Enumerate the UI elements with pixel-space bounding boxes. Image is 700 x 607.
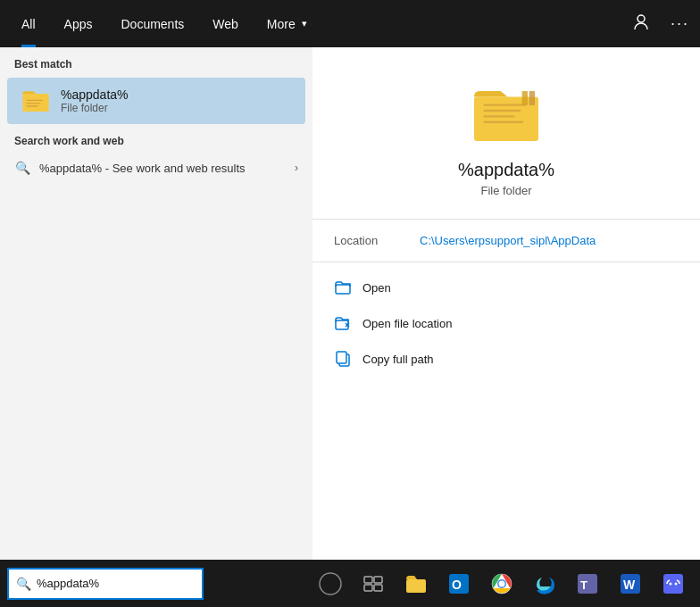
svg-rect-21	[406, 579, 426, 593]
svg-point-34	[675, 582, 678, 585]
action-copy-path-label: Copy full path	[362, 353, 434, 366]
action-open-file-location[interactable]: Open file location	[312, 305, 700, 341]
taskbar-search-icon: 🔍	[16, 577, 31, 591]
task-view-icon[interactable]	[354, 564, 393, 603]
svg-rect-12	[336, 285, 350, 294]
nav-tab-documents[interactable]: Documents	[106, 0, 198, 47]
search-web-label: Search work and web	[14, 135, 298, 147]
teams-taskbar-icon[interactable]: T	[568, 564, 607, 603]
action-open[interactable]: Open	[312, 270, 700, 305]
result-name: %appdata%	[61, 87, 129, 102]
svg-rect-13	[336, 320, 348, 329]
search-loop-icon: 🔍	[14, 160, 30, 176]
svg-rect-7	[483, 110, 521, 112]
result-type: File folder	[61, 102, 129, 114]
svg-rect-20	[374, 585, 382, 591]
ellipsis-icon[interactable]: ···	[667, 11, 693, 37]
svg-text:O: O	[452, 578, 462, 592]
action-file-location-label: Open file location	[362, 317, 452, 330]
taskbar-search-box[interactable]: 🔍 %appdata%	[7, 568, 204, 600]
nav-tab-all[interactable]: All	[7, 0, 50, 47]
more-chevron-icon: ▾	[302, 18, 307, 29]
result-text: %appdata% File folder	[61, 87, 129, 114]
svg-point-33	[670, 582, 672, 585]
location-label: Location	[334, 234, 405, 247]
nav-tab-web[interactable]: Web	[198, 0, 253, 47]
svg-rect-10	[522, 91, 528, 105]
search-web-section: Search work and web 🔍 %appdata% - See wo…	[0, 124, 312, 187]
action-open-label: Open	[362, 281, 391, 295]
open-icon	[334, 279, 352, 296]
taskbar-search-text: %appdata%	[37, 577, 99, 590]
chrome-taskbar-icon[interactable]	[482, 564, 521, 603]
outlook-taskbar-icon[interactable]: O	[439, 564, 479, 603]
svg-text:T: T	[580, 578, 588, 592]
search-arrow-icon: ›	[295, 162, 298, 174]
svg-rect-19	[364, 585, 372, 591]
detail-subtitle: File folder	[480, 184, 531, 197]
svg-rect-4	[26, 105, 38, 106]
left-panel: Best match %appdata% File folder Search …	[0, 47, 312, 607]
main-area: Best match %appdata% File folder Search …	[0, 47, 700, 607]
svg-rect-3	[26, 103, 40, 104]
nav-tab-more[interactable]: More ▾	[253, 0, 321, 47]
best-match-label: Best match	[0, 47, 312, 78]
svg-rect-2	[26, 100, 43, 101]
user-icon[interactable]	[629, 11, 653, 37]
svg-rect-8	[483, 115, 514, 117]
svg-rect-9	[483, 121, 523, 123]
svg-rect-11	[529, 91, 535, 105]
taskbar: 🔍 %appdata%	[0, 560, 700, 607]
right-panel: %appdata% File folder Location C:\Users\…	[312, 47, 700, 607]
copy-icon	[334, 350, 352, 368]
folder-icon-small	[21, 87, 50, 115]
folder-icon-large	[471, 83, 542, 146]
file-explorer-taskbar-icon[interactable]	[396, 564, 436, 603]
svg-rect-5	[474, 96, 538, 141]
detail-divider-mid	[312, 262, 700, 262]
svg-point-0	[638, 15, 645, 22]
search-web-text: %appdata% - See work and web results	[39, 162, 246, 175]
detail-location: Location C:\Users\erpsupport_sipl\AppDat…	[312, 234, 700, 262]
open-location-icon	[334, 314, 352, 332]
discord-taskbar-icon[interactable]	[654, 564, 693, 603]
top-nav: All Apps Documents Web More ▾ ···	[0, 0, 700, 47]
svg-point-27	[499, 580, 505, 586]
result-item-appdata[interactable]: %appdata% File folder	[7, 78, 305, 124]
search-web-item[interactable]: 🔍 %appdata% - See work and web results ›	[14, 154, 298, 181]
nav-right-actions: ···	[629, 11, 693, 37]
edge-taskbar-icon[interactable]	[525, 564, 564, 603]
action-copy-path[interactable]: Copy full path	[312, 341, 700, 377]
svg-text:W: W	[623, 578, 636, 592]
cortana-icon[interactable]	[311, 564, 350, 603]
location-value[interactable]: C:\Users\erpsupport_sipl\AppData	[420, 234, 596, 247]
svg-rect-17	[364, 577, 372, 583]
word-taskbar-icon[interactable]: W	[611, 564, 650, 603]
detail-title: %appdata%	[458, 160, 554, 180]
detail-divider-top	[312, 219, 700, 220]
svg-point-16	[320, 573, 341, 595]
svg-rect-6	[483, 104, 526, 105]
nav-tab-apps[interactable]: Apps	[50, 0, 107, 47]
svg-rect-15	[337, 352, 346, 363]
taskbar-icons: O T	[311, 564, 700, 603]
svg-rect-18	[374, 577, 382, 583]
